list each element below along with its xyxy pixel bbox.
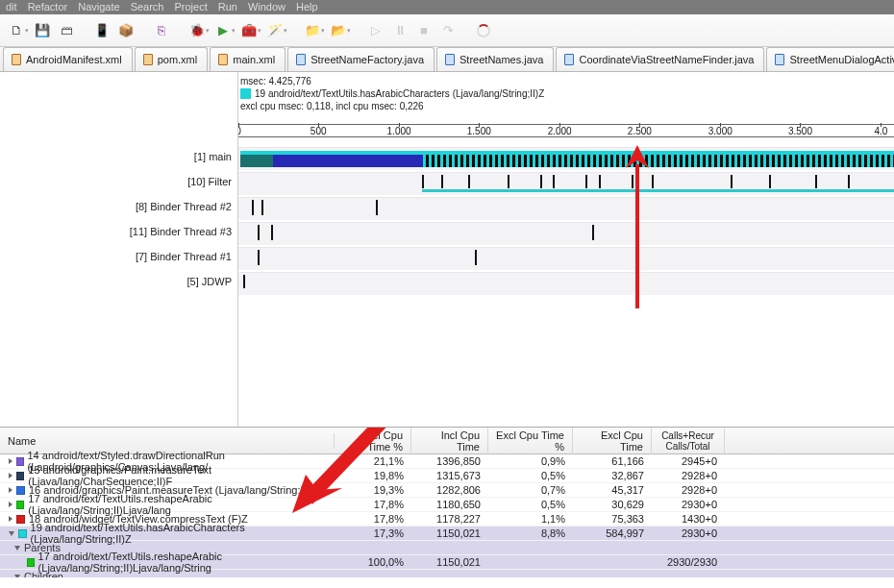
disclose-icon[interactable] <box>14 575 20 578</box>
table-row[interactable]: 15 android/graphics/Paint.measureText (L… <box>0 469 894 483</box>
color-swatch-icon <box>16 501 24 509</box>
tab-pom[interactable]: pom.xml <box>135 47 209 71</box>
disclose-icon[interactable] <box>9 502 12 507</box>
save-icon[interactable]: 💾 <box>32 20 53 41</box>
new-icon[interactable]: 🗋 <box>6 20 27 41</box>
tab-streetnamefactory[interactable]: StreetNameFactory.java <box>287 47 435 71</box>
resume-icon[interactable]: ▷ <box>365 20 386 41</box>
device-icon[interactable]: 📱 <box>91 20 112 41</box>
menu-navigate[interactable]: Navigate <box>78 1 119 12</box>
time-ruler: 05001.0001.5002.0002.5003.0003.5004.0 <box>238 124 894 137</box>
menu-edit[interactable]: dit <box>6 1 17 12</box>
main-track <box>240 151 894 167</box>
track-filter[interactable] <box>238 172 894 195</box>
menu-run[interactable]: Run <box>218 1 237 12</box>
table-row[interactable]: 17 android/text/TextUtils.reshapeArabic … <box>0 555 894 570</box>
menu-help[interactable]: Help <box>296 1 318 12</box>
suspend-icon[interactable]: ⏸ <box>389 20 410 41</box>
step-icon[interactable]: ↷ <box>437 20 459 41</box>
sdk-icon[interactable]: 📦 <box>115 20 137 41</box>
tab-coordinatefinder[interactable]: CoordinateViaStreetNameFinder.java <box>556 47 764 71</box>
track-binder2[interactable] <box>238 197 894 220</box>
menu-refactor[interactable]: Refactor <box>28 1 68 12</box>
tab-manifest[interactable]: AndroidManifest.xml <box>3 47 133 71</box>
menu-search[interactable]: Search <box>131 1 164 12</box>
timeline[interactable]: msec: 4.425,776 19 android/text/TextUtil… <box>238 72 894 427</box>
run-icon[interactable]: ▶ <box>212 20 234 41</box>
thread-main: [1] main <box>194 151 232 162</box>
save-all-icon[interactable]: 🗃 <box>56 20 77 41</box>
color-swatch-icon <box>18 529 27 538</box>
disclose-icon[interactable] <box>14 546 20 551</box>
project-new-icon[interactable]: 📁 <box>302 20 323 41</box>
thread-binder1: [7] Binder Thread #1 <box>136 251 232 262</box>
project-open-icon[interactable]: 📂 <box>328 20 349 41</box>
track-binder1[interactable] <box>238 247 894 270</box>
color-swatch-icon <box>16 472 24 480</box>
profiler-panel: [1] main [10] Filter [8] Binder Thread #… <box>0 72 894 428</box>
track-jdwp[interactable] <box>238 272 894 295</box>
track-binder3[interactable] <box>238 222 894 245</box>
track-main[interactable] <box>238 147 894 170</box>
menu-project[interactable]: Project <box>174 1 207 12</box>
external-icon[interactable]: 🧰 <box>238 20 260 41</box>
file-tabs[interactable]: AndroidManifest.xml pom.xml main.xml Str… <box>0 47 894 72</box>
selected-swatch-icon <box>240 88 251 99</box>
thread-binder3: [11] Binder Thread #3 <box>130 226 232 237</box>
disclose-icon[interactable] <box>9 473 12 478</box>
wand-icon[interactable]: 🪄 <box>264 20 286 41</box>
toolbar: 🗋▾ 💾 🗃 📱 📦 ⎘ 🐞▾ ▶▾ 🧰▾ 🪄▾ 📁▾ 📂▾ ▷ ⏸ ■ ↷ <box>0 14 894 47</box>
selection-info: msec: 4.425,776 19 android/text/TextUtil… <box>240 75 544 112</box>
thread-list: [1] main [10] Filter [8] Binder Thread #… <box>0 72 238 427</box>
loading-spinner-icon <box>473 20 494 41</box>
menubar[interactable]: dit Refactor Navigate Search Project Run… <box>0 0 894 14</box>
debug-icon[interactable]: 🐞 <box>186 20 208 41</box>
method-table[interactable]: Name Incl Cpu Time % Incl Cpu Time Excl … <box>0 428 894 577</box>
stop-icon[interactable]: ■ <box>413 20 435 41</box>
toggle-icon[interactable]: ⎘ <box>151 20 172 41</box>
color-swatch-icon <box>27 558 35 567</box>
thread-filter: [10] Filter <box>187 176 232 187</box>
table-row[interactable]: 19 android/text/TextUtils.hasArabicChara… <box>0 527 894 541</box>
tab-streetnames[interactable]: StreetNames.java <box>436 47 554 71</box>
thread-jdwp: [5] JDWP <box>187 276 232 287</box>
tab-streetmenudialog[interactable]: StreetMenuDialogActivity.java <box>766 47 894 71</box>
children-header[interactable]: Children <box>0 570 894 577</box>
disclose-icon[interactable] <box>9 531 14 536</box>
table-row[interactable]: 17 android/text/TextUtils.reshapeArabic … <box>0 498 894 512</box>
thread-binder2: [8] Binder Thread #2 <box>136 201 232 212</box>
menu-window[interactable]: Window <box>248 1 286 12</box>
tab-mainxml[interactable]: main.xml <box>210 47 286 71</box>
